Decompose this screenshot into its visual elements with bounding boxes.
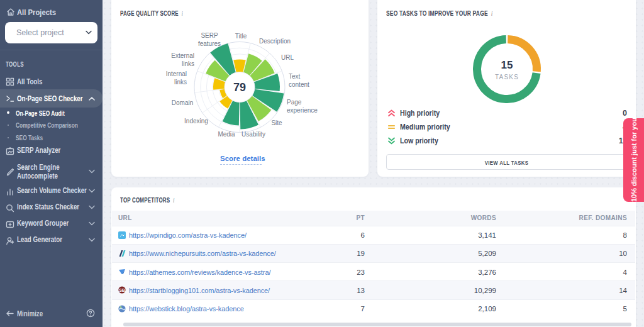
svg-text:SB: SB [119, 288, 125, 292]
